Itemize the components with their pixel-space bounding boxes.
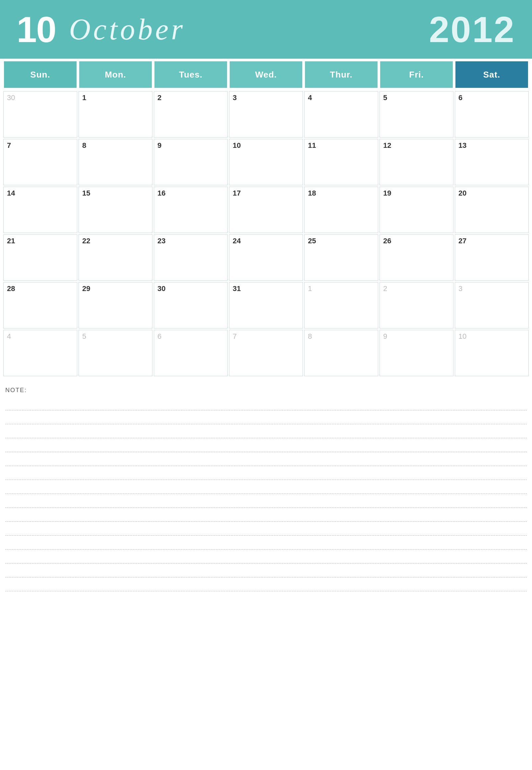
day-header-saturday-label: Sat.: [483, 70, 501, 80]
day-header-saturday: Sat.: [455, 61, 528, 88]
calendar-cell-week3-day2[interactable]: 15: [79, 187, 152, 233]
calendar-cell-week5-day6[interactable]: 2: [380, 282, 453, 328]
month-name: October: [69, 12, 185, 46]
year: 2012: [429, 11, 515, 48]
cell-date-number: 3: [458, 284, 462, 293]
calendar-cell-week1-day7[interactable]: 6: [455, 91, 529, 138]
calendar-week-4: 21222324252627: [3, 234, 529, 281]
note-line-11: [5, 536, 527, 550]
calendar-cell-week5-day3[interactable]: 30: [154, 282, 228, 328]
calendar-cell-week2-day3[interactable]: 9: [154, 139, 228, 185]
cell-date-number: 24: [233, 237, 241, 245]
calendar-cell-week4-day1[interactable]: 21: [3, 234, 77, 281]
calendar-cell-week6-day2[interactable]: 5: [79, 330, 152, 376]
day-header-monday-label: Mon.: [105, 70, 126, 80]
calendar-cell-week6-day3[interactable]: 6: [154, 330, 228, 376]
note-line-1: [5, 396, 527, 410]
cell-date-number: 30: [157, 284, 165, 293]
day-header-tuesday-label: Tues.: [179, 70, 203, 80]
calendar-cell-week4-day2[interactable]: 22: [79, 234, 152, 281]
calendar-cell-week3-day7[interactable]: 20: [455, 187, 529, 233]
cell-date-number: 7: [7, 141, 11, 149]
cell-date-number: 20: [458, 189, 466, 197]
cell-date-number: 21: [7, 237, 15, 245]
calendar-header: 10 October 2012: [0, 0, 532, 59]
calendar-cell-week4-day5[interactable]: 25: [304, 234, 378, 281]
calendar-cell-week3-day6[interactable]: 19: [380, 187, 453, 233]
note-line-6: [5, 466, 527, 480]
calendar-cell-week3-day5[interactable]: 18: [304, 187, 378, 233]
calendar-cell-week3-day4[interactable]: 17: [229, 187, 303, 233]
calendar-cell-week6-day5[interactable]: 8: [304, 330, 378, 376]
calendar-cell-week5-day1[interactable]: 28: [3, 282, 77, 328]
cell-date-number: 31: [233, 284, 241, 293]
cell-date-number: 16: [157, 189, 165, 197]
calendar-cell-week5-day7[interactable]: 3: [455, 282, 529, 328]
cell-date-number: 8: [82, 141, 86, 149]
cell-date-number: 10: [233, 141, 241, 149]
calendar-cell-week3-day3[interactable]: 16: [154, 187, 228, 233]
calendar-cell-week6-day4[interactable]: 7: [229, 330, 303, 376]
cell-date-number: 26: [383, 237, 391, 245]
cell-date-number: 4: [7, 332, 11, 340]
cell-date-number: 2: [383, 284, 387, 293]
calendar-cell-week1-day3[interactable]: 2: [154, 91, 228, 138]
calendar-cell-week4-day7[interactable]: 27: [455, 234, 529, 281]
cell-date-number: 5: [383, 93, 387, 102]
note-line-5: [5, 452, 527, 466]
cell-date-number: 28: [7, 284, 15, 293]
note-line-8: [5, 494, 527, 508]
cell-date-number: 18: [308, 189, 316, 197]
calendar-cell-week4-day4[interactable]: 24: [229, 234, 303, 281]
cell-date-number: 8: [308, 332, 312, 340]
day-header-friday: Fri.: [380, 61, 453, 88]
note-line-12: [5, 550, 527, 563]
calendar-cell-week6-day7[interactable]: 10: [455, 330, 529, 376]
notes-label: NOTE:: [5, 387, 527, 394]
note-line-13: [5, 563, 527, 577]
calendar-cell-week5-day2[interactable]: 29: [79, 282, 152, 328]
cell-date-number: 9: [383, 332, 387, 340]
cell-date-number: 1: [308, 284, 312, 293]
cell-date-number: 5: [82, 332, 86, 340]
note-line-4: [5, 438, 527, 452]
notes-section: NOTE:: [0, 387, 532, 591]
calendar-week-1: 30123456: [3, 90, 529, 138]
cell-date-number: 2: [157, 93, 161, 102]
calendar-cell-week1-day5[interactable]: 4: [304, 91, 378, 138]
calendar-cell-week2-day1[interactable]: 7: [3, 139, 77, 185]
day-header-wednesday-label: Wed.: [255, 70, 277, 80]
cell-date-number: 10: [458, 332, 466, 340]
day-header-tuesday: Tues.: [154, 61, 227, 88]
cell-date-number: 23: [157, 237, 165, 245]
calendar-cell-week1-day1[interactable]: 30: [3, 91, 77, 138]
cell-date-number: 4: [308, 93, 312, 102]
note-line-2: [5, 410, 527, 424]
calendar-week-3: 14151617181920: [3, 186, 529, 234]
day-header-friday-label: Fri.: [409, 70, 424, 80]
calendar-cell-week4-day3[interactable]: 23: [154, 234, 228, 281]
calendar-cell-week5-day4[interactable]: 31: [229, 282, 303, 328]
calendar-cell-week2-day4[interactable]: 10: [229, 139, 303, 185]
calendar-cell-week2-day6[interactable]: 12: [380, 139, 453, 185]
note-line-9: [5, 508, 527, 522]
calendar-cell-week2-day5[interactable]: 11: [304, 139, 378, 185]
calendar-cell-week6-day1[interactable]: 4: [3, 330, 77, 376]
calendar-cell-week1-day4[interactable]: 3: [229, 91, 303, 138]
calendar-cell-week1-day6[interactable]: 5: [380, 91, 453, 138]
cell-date-number: 27: [458, 237, 466, 245]
note-line-3: [5, 424, 527, 438]
day-header-sunday-label: Sun.: [30, 70, 50, 80]
calendar-cell-week2-day2[interactable]: 8: [79, 139, 152, 185]
cell-date-number: 14: [7, 189, 15, 197]
calendar-cell-week3-day1[interactable]: 14: [3, 187, 77, 233]
calendar-cell-week6-day6[interactable]: 9: [380, 330, 453, 376]
calendar-cell-week1-day2[interactable]: 1: [79, 91, 152, 138]
cell-date-number: 13: [458, 141, 466, 149]
cell-date-number: 29: [82, 284, 90, 293]
calendar-page: 10 October 2012 Sun. Mon. Tues. Wed. Thu…: [0, 0, 532, 770]
calendar-cell-week2-day7[interactable]: 13: [455, 139, 529, 185]
cell-date-number: 25: [308, 237, 316, 245]
calendar-cell-week5-day5[interactable]: 1: [304, 282, 378, 328]
calendar-cell-week4-day6[interactable]: 26: [380, 234, 453, 281]
